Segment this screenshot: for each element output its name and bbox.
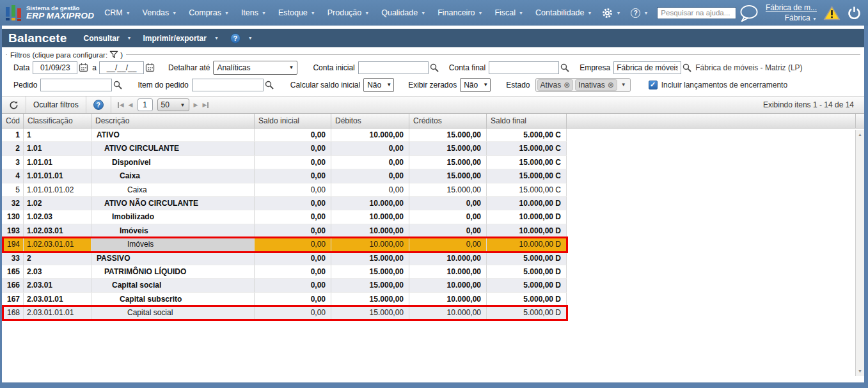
data-inicial-input[interactable] — [33, 61, 77, 74]
calendar-icon[interactable] — [77, 61, 89, 74]
menu-qualidade[interactable]: Qualidade▼ — [381, 8, 425, 17]
menu-estoque[interactable]: Estoque▼ — [278, 8, 315, 17]
company-selector[interactable]: Fábrica ▼ — [785, 13, 817, 23]
conta-inicial-input[interactable] — [358, 61, 429, 74]
search-icon[interactable] — [264, 79, 275, 91]
chip-label: Inativas — [578, 81, 604, 89]
refresh-button[interactable] — [2, 97, 26, 113]
page-header: Balancete Consultar ▼ Imprimir/exportar … — [2, 29, 864, 47]
conta-final-input[interactable] — [489, 61, 559, 74]
company-link[interactable]: Fábrica de m... — [766, 3, 817, 13]
last-page-button[interactable]: ▶ — [202, 102, 209, 108]
table-row-194[interactable]: 1941.02.03.01.01Imóveis0,0010.000,000,00… — [2, 238, 567, 251]
search-icon[interactable] — [429, 61, 440, 74]
table-row-33[interactable]: 332PASSIVO0,0015.000,0010.000,005.000,00… — [2, 252, 567, 265]
table-row-5[interactable]: 51.01.01.01.02Caixa0,000,0015.000,0015.0… — [2, 183, 567, 197]
next-page-button[interactable]: ▶ — [194, 102, 198, 108]
page-number-input[interactable]: 1 — [138, 98, 153, 111]
menu-compras[interactable]: Compras▼ — [189, 8, 229, 17]
table-row-3[interactable]: 31.01.01Disponível0,000,0015.000,0015.00… — [2, 156, 567, 169]
column-header-creditos[interactable]: Créditos — [409, 114, 487, 128]
column-header-descricao[interactable]: Descrição — [91, 114, 255, 128]
company-selector-label: Fábrica — [785, 13, 810, 22]
exibir-zerados-select[interactable]: Não ▼ — [460, 78, 491, 92]
scroll-down-icon[interactable]: ▼ — [856, 369, 864, 373]
table-row-168[interactable]: 1682.03.01.01.01Capital social0,0015.000… — [2, 306, 567, 320]
table-row-193[interactable]: 1931.02.03.01Imóveis0,0010.000,000,0010.… — [2, 224, 567, 238]
scroll-up-icon[interactable]: ▲ — [856, 132, 864, 137]
cell-saldo-inicial: 0,00 — [255, 306, 331, 320]
cell-cod: 193 — [2, 224, 24, 238]
table-row-166[interactable]: 1662.03.01Capital social0,0015.000,0010.… — [2, 279, 567, 292]
cell-classificacao: 1.02.03.01 — [24, 224, 91, 238]
filters-legend[interactable]: Filtros (clique para configurar: ) — [7, 50, 126, 59]
table-row-2[interactable]: 21.01ATIVO CIRCULANTE0,000,0015.000,0015… — [2, 142, 567, 155]
search-icon[interactable] — [559, 61, 571, 74]
cell-creditos: 10.000,00 — [409, 293, 487, 306]
table-row-1[interactable]: 11ATIVO0,0010.000,0015.000,005.000,00 C — [2, 128, 567, 142]
imprimir-exportar-menu[interactable]: Imprimir/exportar ▼ — [143, 34, 219, 43]
cell-descricao: Imóveis — [91, 238, 255, 251]
estado-chips[interactable]: Ativas⊗Inativas⊗▼ — [535, 78, 631, 92]
table-row-167[interactable]: 1672.03.01.01Capital subscrito0,0015.000… — [2, 293, 567, 306]
remove-chip-icon[interactable]: ⊗ — [564, 81, 570, 89]
power-icon[interactable] — [847, 6, 862, 20]
menu-itens[interactable]: Itens▼ — [241, 8, 266, 17]
column-header-classificacao[interactable]: Classificação — [24, 114, 91, 128]
cell-saldo-final: 15.000,00 C — [487, 169, 567, 183]
table-row-165[interactable]: 1652.03PATRIMÔNIO LÍQUIDO0,0015.000,0010… — [2, 265, 567, 279]
chevron-down-icon[interactable]: ▼ — [248, 36, 253, 40]
chat-bubble-icon[interactable] — [739, 4, 759, 22]
estado-chip-inativas[interactable]: Inativas⊗ — [575, 79, 617, 91]
warning-icon[interactable] — [823, 6, 840, 20]
table-row-130[interactable]: 1301.02.03Imobilizado0,0010.000,000,0010… — [2, 210, 567, 224]
estado-dropdown-icon[interactable]: ▼ — [621, 82, 626, 88]
toolbar-help-icon[interactable]: ? — [86, 97, 111, 113]
menu-crm[interactable]: CRM▼ — [104, 8, 130, 17]
cell-cod: 194 — [2, 238, 24, 251]
first-page-button[interactable]: ◀ — [118, 102, 124, 108]
empresa-input[interactable] — [613, 61, 681, 74]
menu-fiscal[interactable]: Fiscal▼ — [494, 8, 523, 17]
help-menu[interactable]: ? ▼ — [631, 8, 648, 18]
page-size-select[interactable]: 50 ▼ — [157, 98, 189, 111]
menu-producao[interactable]: Produção▼ — [327, 8, 369, 17]
cell-classificacao: 2.03.01 — [24, 279, 91, 292]
menu-contabilidade[interactable]: Contabilidade▼ — [535, 8, 592, 17]
cell-saldo-inicial: 0,00 — [255, 279, 331, 292]
consultar-menu[interactable]: Consultar ▼ — [84, 34, 132, 43]
search-icon[interactable] — [681, 61, 693, 74]
page-help-icon[interactable]: ? — [230, 33, 241, 43]
cell-cod: 33 — [2, 252, 24, 265]
detalhar-select[interactable]: Analíticas ▼ — [213, 61, 297, 75]
estado-chip-ativas[interactable]: Ativas⊗ — [537, 79, 574, 91]
chevron-down-icon: ▼ — [519, 11, 523, 15]
menu-label: CRM — [104, 8, 122, 17]
encerramento-checkbox[interactable]: ✓ — [649, 81, 658, 89]
cell-classificacao: 2.03 — [24, 265, 91, 279]
calendar-icon[interactable] — [144, 61, 155, 74]
app-logo[interactable]: Sistema de gestão ERP MAXIPROD — [0, 4, 100, 21]
item-pedido-input[interactable] — [192, 79, 264, 91]
hide-filters-button[interactable]: Ocultar filtros — [26, 97, 86, 113]
table-row-4[interactable]: 41.01.01.01Caixa0,000,0015.000,0015.000,… — [2, 169, 567, 183]
pedido-input[interactable] — [40, 79, 112, 91]
calcular-saldo-select[interactable]: Não ▼ — [363, 78, 394, 92]
column-header-cod[interactable]: Cód — [2, 114, 24, 128]
table-row-32[interactable]: 321.02ATIVO NÃO CIRCULANTE0,0010.000,000… — [2, 197, 567, 210]
previous-page-button[interactable]: ◀ — [129, 102, 133, 108]
settings-menu[interactable]: ▼ — [602, 8, 620, 19]
data-final-input[interactable] — [99, 61, 144, 74]
help-search-input[interactable] — [657, 7, 736, 19]
search-icon[interactable] — [112, 79, 123, 91]
menu-vendas[interactable]: Vendas▼ — [143, 8, 177, 17]
remove-chip-icon[interactable]: ⊗ — [608, 81, 614, 89]
cell-debitos: 10.000,00 — [331, 224, 409, 238]
column-header-saldo-final[interactable]: Saldo final — [487, 114, 567, 128]
menu-financeiro[interactable]: Financeiro▼ — [438, 8, 482, 17]
column-header-debitos[interactable]: Débitos — [331, 114, 409, 128]
cell-descricao: PASSIVO — [91, 252, 255, 265]
column-header-saldo-inicial[interactable]: Saldo inicial — [255, 114, 331, 128]
vertical-scrollbar[interactable]: ▲ ▼ — [855, 130, 864, 376]
cell-saldo-inicial: 0,00 — [255, 183, 331, 197]
